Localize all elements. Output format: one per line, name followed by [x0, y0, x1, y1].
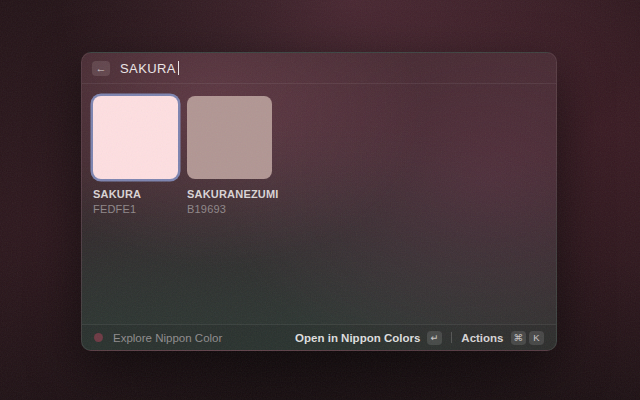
results-area: SAKURA FEDFE1 SAKURANEZUMI B19693	[82, 84, 556, 215]
action-bar: Explore Nippon Color Open in Nippon Colo…	[82, 324, 556, 350]
search-input-value: SAKURA	[120, 61, 176, 76]
color-swatch[interactable]	[93, 96, 178, 179]
color-card-sakura[interactable]: SAKURA FEDFE1	[93, 96, 179, 215]
back-arrow-icon: ←	[96, 63, 107, 74]
actions-menu-button[interactable]: Actions	[461, 332, 503, 344]
search-bar: ← SAKURA	[82, 53, 556, 84]
footer-actions: Open in Nippon Colors ↵ Actions ⌘ K	[295, 331, 544, 345]
footer-divider	[451, 332, 452, 343]
color-grid: SAKURA FEDFE1 SAKURANEZUMI B19693	[93, 96, 545, 215]
color-swatch[interactable]	[187, 96, 272, 179]
enter-key-badge: ↵	[427, 331, 442, 345]
primary-action-button[interactable]: Open in Nippon Colors	[295, 332, 420, 344]
cmd-key-badge: ⌘	[511, 331, 527, 345]
k-key-badge: K	[529, 331, 544, 345]
text-cursor	[178, 61, 179, 75]
color-card-sakuranezumi[interactable]: SAKURANEZUMI B19693	[187, 96, 273, 215]
color-hex: B19693	[187, 203, 273, 215]
back-button[interactable]: ←	[92, 61, 110, 76]
actions-shortcut: ⌘ K	[511, 331, 545, 345]
search-input[interactable]: SAKURA	[120, 61, 179, 76]
nippon-color-app-icon	[94, 333, 103, 342]
color-name: SAKURANEZUMI	[187, 188, 273, 200]
app-label: Explore Nippon Color	[113, 332, 222, 344]
raycast-window: ← SAKURA SAKURA FEDFE1 SAKURANEZUMI B196…	[81, 52, 557, 351]
color-name: SAKURA	[93, 188, 179, 200]
color-hex: FEDFE1	[93, 203, 179, 215]
